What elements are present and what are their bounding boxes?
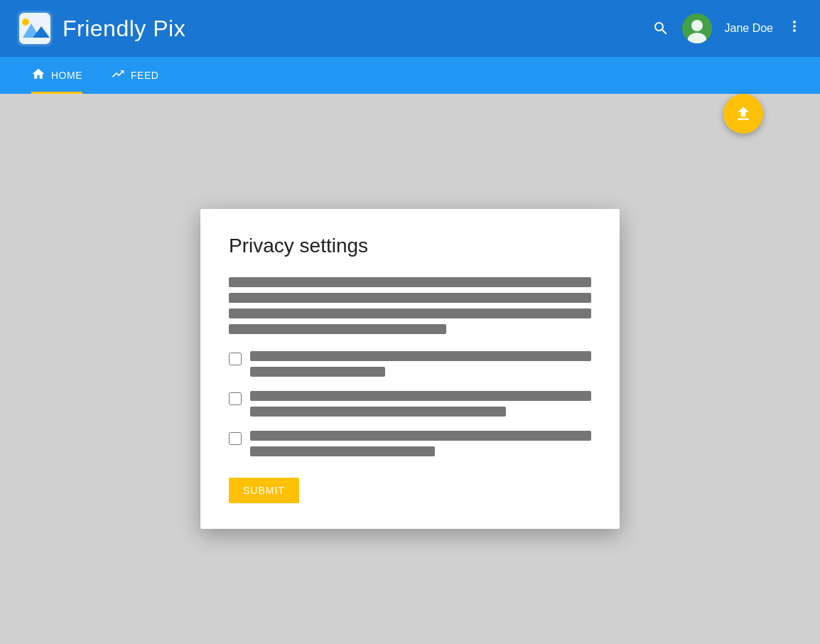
checkbox-item-3: [229, 431, 591, 456]
feed-svg: [111, 67, 125, 81]
home-icon: [31, 67, 45, 85]
nav-feed[interactable]: FEED: [97, 57, 173, 94]
cb3-label: [250, 431, 591, 456]
brand: Friendly Pix: [17, 11, 185, 46]
nav-home[interactable]: HOME: [17, 57, 97, 94]
dialog-title: Privacy settings: [229, 235, 591, 257]
nav-feed-label: FEED: [131, 70, 158, 81]
checkbox-2[interactable]: [229, 392, 242, 405]
desc-line-3: [229, 308, 591, 318]
checkbox-1[interactable]: [229, 353, 242, 365]
checkbox-item-1: [229, 351, 591, 377]
desc-line-2: [229, 293, 591, 303]
checkbox-item-2: [229, 391, 591, 417]
user-name: Jane Doe: [725, 22, 774, 35]
feed-icon: [111, 67, 125, 85]
cb2-line1: [250, 391, 591, 401]
cb1-line1: [250, 351, 591, 361]
main-content: Privacy settings: [0, 94, 820, 644]
nav-home-label: HOME: [51, 70, 82, 81]
upload-icon: [734, 104, 752, 123]
top-navbar: Friendly Pix Jane Doe: [0, 0, 820, 57]
description-block: [229, 277, 591, 334]
upload-fab[interactable]: [723, 94, 763, 134]
secondary-nav: HOME FEED: [0, 57, 820, 94]
cb3-line1: [250, 431, 591, 441]
brand-logo: [17, 11, 53, 46]
cb3-line2: [250, 446, 435, 456]
home-svg: [31, 67, 45, 81]
avatar-image: [682, 14, 712, 43]
nav-right: Jane Doe: [652, 14, 804, 43]
privacy-settings-dialog: Privacy settings: [200, 209, 620, 529]
checkbox-3[interactable]: [229, 432, 242, 445]
desc-line-4: [229, 324, 446, 334]
svg-point-6: [691, 20, 703, 31]
submit-button[interactable]: SUBMIT: [229, 478, 299, 503]
desc-line-1: [229, 277, 591, 287]
cb2-line2: [250, 407, 506, 417]
cb1-line2: [250, 367, 385, 377]
avatar[interactable]: [682, 14, 712, 43]
cb1-label: [250, 351, 591, 377]
svg-rect-1: [19, 13, 50, 44]
svg-point-4: [22, 18, 29, 26]
app-title: Friendly Pix: [63, 16, 185, 42]
cb2-label: [250, 391, 591, 417]
more-button[interactable]: [786, 18, 803, 39]
more-icon: [786, 18, 803, 35]
search-icon: [652, 20, 669, 37]
search-button[interactable]: [652, 20, 669, 37]
